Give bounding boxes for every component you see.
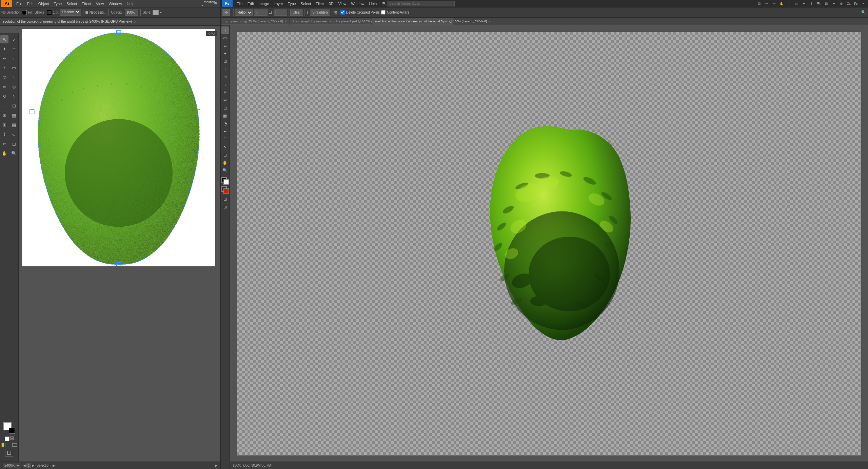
ai-tool-pencil[interactable]: ✏	[0, 83, 8, 91]
ps-tool-hand[interactable]: ✋	[221, 159, 229, 166]
ps-tool-gradient[interactable]: ▦	[221, 112, 229, 120]
ai-none-mode[interactable]	[12, 443, 17, 447]
ai-swap-colors[interactable]: ⇄	[10, 436, 14, 440]
ps-grid-icon[interactable]: ⊞	[333, 10, 337, 15]
ps-menu-filter[interactable]: Filter	[314, 1, 326, 6]
ps-tool-heal[interactable]: ⊕	[221, 73, 229, 81]
ai-tool-mesh[interactable]: ⊞	[0, 121, 8, 129]
ps-menu-image[interactable]: Image	[257, 1, 271, 6]
ps-menu-view[interactable]: View	[336, 1, 349, 6]
stroke-profile-select[interactable]: Uniform	[60, 9, 81, 16]
ai-scroll-right[interactable]: ▶	[215, 464, 218, 467]
ps-search-icon-right[interactable]: 🔍	[861, 10, 866, 15]
ps-tab-2-close[interactable]: ×	[488, 20, 490, 23]
ai-tool-eyedropper[interactable]: ⌇	[0, 130, 8, 138]
ai-menu-view[interactable]: View	[94, 1, 106, 6]
ps-menu-file[interactable]: File	[235, 1, 245, 6]
stroke-swatch[interactable]	[47, 10, 52, 15]
ai-tool-eraser[interactable]: ◻	[10, 140, 18, 148]
ps-tool-crop[interactable]: ⊡	[221, 58, 229, 65]
ps-tool-type[interactable]: T	[221, 136, 229, 143]
ai-menu-edit[interactable]: Edit	[25, 1, 36, 6]
ps-menu-select[interactable]: Select	[299, 1, 313, 6]
ai-tool-hand[interactable]: ✋	[0, 149, 8, 157]
ps-tab-1[interactable]: the concept of green energy on the plane…	[290, 18, 371, 25]
ai-zoom-select[interactable]: 2400%	[3, 463, 21, 468]
style-arrow[interactable]: ▾	[160, 11, 162, 14]
ai-search-stock-icon[interactable]: 🔍	[213, 1, 219, 7]
ai-tool-symbol-sprayer[interactable]: ⊛	[0, 111, 8, 119]
ps-menu-layer[interactable]: Layer	[272, 1, 285, 6]
ps-tool-eyedropper[interactable]: ⌇	[221, 65, 229, 73]
ai-menu-file[interactable]: File	[14, 1, 24, 6]
ps-icon-11[interactable]: ✦	[831, 1, 837, 7]
ai-next-page[interactable]: ▶	[32, 464, 35, 467]
ps-icon-12[interactable]: ⊛	[838, 1, 844, 7]
ps-tool-brush[interactable]: ⌇	[221, 81, 229, 88]
ps-icon-7[interactable]: ✒	[801, 1, 807, 7]
ps-tab-0-close[interactable]: ×	[284, 20, 286, 23]
ai-tool-gradient[interactable]: ▦	[10, 121, 18, 129]
ps-straighten-icon[interactable]: ⌇	[306, 10, 309, 15]
ai-tool-scale[interactable]: ⤡	[10, 92, 18, 100]
ps-menu-edit[interactable]: Edit	[245, 1, 256, 6]
ai-tool-rotate[interactable]: ↻	[0, 92, 8, 100]
ai-tool-type[interactable]: T	[10, 54, 18, 62]
ps-icon-kn[interactable]: Kn	[853, 1, 859, 7]
ai-tool-lasso[interactable]: ⊂	[10, 45, 18, 53]
ps-tool-extra1[interactable]: ⊡	[221, 196, 229, 203]
ps-menu-help[interactable]: Help	[367, 1, 379, 6]
ps-icon-5[interactable]: T	[786, 1, 792, 7]
ps-tool-move[interactable]: ✛	[222, 9, 230, 16]
ai-tool-scissors[interactable]: ✂	[0, 140, 8, 148]
ps-menu-window[interactable]: Window	[349, 1, 366, 6]
ps-icon-cc[interactable]: Cc	[846, 1, 852, 7]
ps-menu-type[interactable]: Type	[286, 1, 298, 6]
ps-delete-cropped-checkbox[interactable]	[340, 10, 345, 15]
ps-icon-6[interactable]: ▭	[793, 1, 800, 7]
ps-tool-shape[interactable]: ◻	[221, 151, 229, 159]
ps-bg-red[interactable]	[223, 188, 229, 194]
ai-menu-effect[interactable]: Effect	[80, 1, 93, 6]
ai-gradient-mode[interactable]	[7, 443, 12, 447]
ps-icon-9[interactable]: 🔍	[816, 1, 822, 7]
ps-menu-3d[interactable]: 3D	[327, 1, 336, 6]
ai-tool-zoom[interactable]: 🔍	[10, 149, 18, 157]
ps-tool-eraser[interactable]: ◻	[221, 104, 229, 112]
ps-tool-history-brush[interactable]: ↩	[221, 97, 229, 104]
ps-icon-1[interactable]: ⊡	[756, 1, 762, 7]
ai-tool-pen[interactable]: ✒	[0, 54, 8, 62]
ps-background-color[interactable]	[223, 179, 229, 185]
ps-clear-button[interactable]: Clear	[290, 9, 303, 16]
ai-default-colors[interactable]	[5, 436, 9, 441]
ai-tool-selection[interactable]: ↖	[0, 35, 8, 43]
ai-color-mode[interactable]	[1, 443, 6, 447]
ps-ratio-h[interactable]	[274, 9, 287, 16]
ps-tool-marquee[interactable]: ▭	[221, 34, 229, 42]
ai-tool-blend[interactable]: ∞	[10, 130, 18, 138]
ps-icon-3[interactable]: ↪	[771, 1, 777, 7]
ai-menu-help[interactable]: Help	[125, 1, 137, 6]
ai-workspace-icon[interactable]: Essentials ▾	[205, 1, 212, 7]
ai-tool-magic-wand[interactable]: ✦	[0, 45, 8, 53]
ps-tool-zoom[interactable]: 🔍	[221, 167, 229, 174]
fill-swatch[interactable]	[22, 10, 27, 15]
ps-ratio-w[interactable]	[254, 9, 268, 16]
ai-menu-object[interactable]: Object	[36, 1, 51, 6]
ai-tool-brush[interactable]: ⌇	[10, 73, 18, 81]
ps-tab-2[interactable]: evolution of the concept of greening of …	[372, 18, 453, 25]
ps-tool-extra2[interactable]: ⊞	[221, 203, 229, 211]
ps-tool-clone[interactable]: ⎘	[221, 89, 229, 96]
ps-tool-pen[interactable]: ✒	[221, 128, 229, 135]
ps-tool-lasso[interactable]: ⊂	[221, 42, 229, 49]
style-swatch[interactable]	[153, 10, 159, 15]
ps-content-aware-checkbox[interactable]	[381, 10, 386, 15]
ps-icon-close[interactable]: ×	[861, 1, 867, 7]
stroke-profile-dropdown[interactable]: Uniform	[61, 10, 80, 14]
ps-tool-quick-select[interactable]: ✦	[221, 50, 229, 57]
ai-tool-free-transform[interactable]: ⊡	[10, 102, 18, 110]
ai-tool-warp[interactable]: ~	[0, 102, 8, 110]
ai-prev-page[interactable]: ◀	[23, 464, 26, 467]
ai-status-arrow[interactable]: ▶	[53, 464, 55, 467]
ai-tab-close[interactable]: ×	[134, 19, 136, 24]
